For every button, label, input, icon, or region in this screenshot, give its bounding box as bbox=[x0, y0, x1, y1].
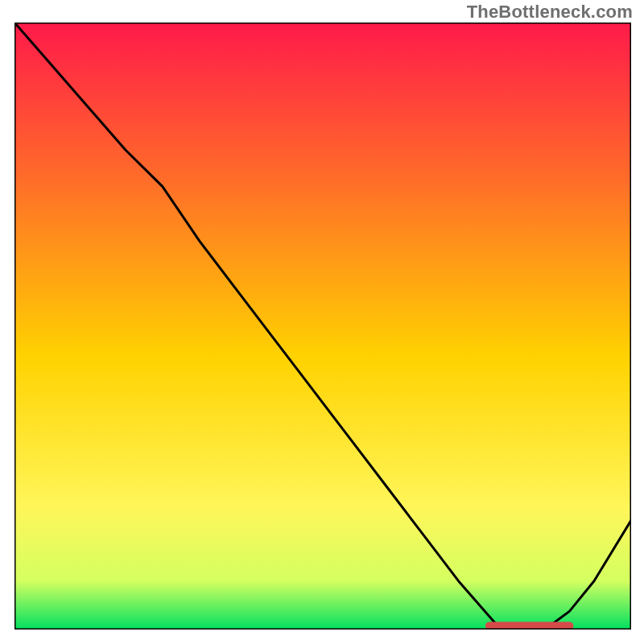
watermark-text: TheBottleneck.com bbox=[467, 2, 633, 23]
chart-stage: TheBottleneck.com bbox=[0, 0, 644, 644]
gradient-background bbox=[14, 23, 631, 630]
plot-area bbox=[14, 23, 631, 630]
chart-svg bbox=[14, 23, 631, 630]
